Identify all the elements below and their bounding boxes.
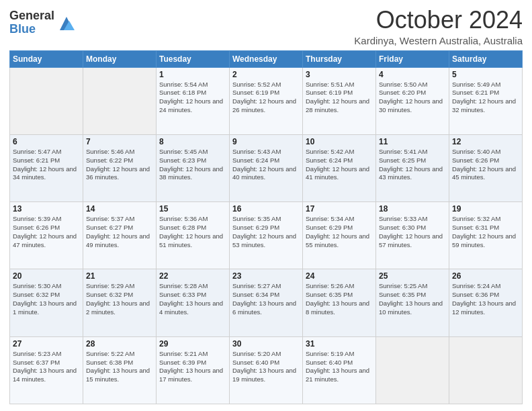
day-info: Sunrise: 5:47 AMSunset: 6:21 PMDaylight:… xyxy=(13,148,80,182)
calendar-body: 1Sunrise: 5:54 AMSunset: 6:18 PMDaylight… xyxy=(10,67,523,404)
calendar-week-4: 20Sunrise: 5:30 AMSunset: 6:32 PMDayligh… xyxy=(10,269,523,336)
calendar-cell: 28Sunrise: 5:22 AMSunset: 6:38 PMDayligh… xyxy=(83,336,157,404)
day-info: Sunrise: 5:51 AMSunset: 6:19 PMDaylight:… xyxy=(306,81,373,115)
day-info: Sunrise: 5:20 AMSunset: 6:40 PMDaylight:… xyxy=(232,350,300,384)
day-number: 24 xyxy=(306,271,373,281)
calendar-cell: 27Sunrise: 5:23 AMSunset: 6:37 PMDayligh… xyxy=(10,336,83,404)
calendar-cell: 7Sunrise: 5:46 AMSunset: 6:22 PMDaylight… xyxy=(83,134,157,201)
day-info: Sunrise: 5:49 AMSunset: 6:21 PMDaylight:… xyxy=(452,81,519,115)
day-number: 10 xyxy=(306,137,373,146)
col-monday: Monday xyxy=(83,50,157,67)
day-number: 19 xyxy=(452,204,519,214)
calendar-week-2: 6Sunrise: 5:47 AMSunset: 6:21 PMDaylight… xyxy=(10,134,523,201)
calendar-cell: 25Sunrise: 5:25 AMSunset: 6:35 PMDayligh… xyxy=(376,269,449,336)
day-number: 23 xyxy=(232,271,300,281)
calendar-cell: 19Sunrise: 5:32 AMSunset: 6:31 PMDayligh… xyxy=(449,202,523,269)
calendar-cell: 18Sunrise: 5:33 AMSunset: 6:30 PMDayligh… xyxy=(376,202,449,269)
day-info: Sunrise: 5:23 AMSunset: 6:37 PMDaylight:… xyxy=(13,350,80,384)
calendar-week-3: 13Sunrise: 5:39 AMSunset: 6:26 PMDayligh… xyxy=(10,202,523,269)
day-info: Sunrise: 5:43 AMSunset: 6:24 PMDaylight:… xyxy=(232,148,300,182)
calendar-cell: 2Sunrise: 5:52 AMSunset: 6:19 PMDaylight… xyxy=(230,67,303,134)
col-tuesday: Tuesday xyxy=(157,50,230,67)
month-title: October 2024 xyxy=(354,7,523,34)
day-number: 2 xyxy=(232,70,300,79)
calendar-cell: 17Sunrise: 5:34 AMSunset: 6:29 PMDayligh… xyxy=(303,202,376,269)
day-info: Sunrise: 5:36 AMSunset: 6:28 PMDaylight:… xyxy=(159,215,226,249)
col-wednesday: Wednesday xyxy=(230,50,303,67)
day-number: 11 xyxy=(379,137,446,146)
calendar-cell: 13Sunrise: 5:39 AMSunset: 6:26 PMDayligh… xyxy=(10,202,83,269)
day-info: Sunrise: 5:27 AMSunset: 6:34 PMDaylight:… xyxy=(232,282,300,316)
day-info: Sunrise: 5:46 AMSunset: 6:22 PMDaylight:… xyxy=(86,148,153,182)
day-info: Sunrise: 5:28 AMSunset: 6:33 PMDaylight:… xyxy=(159,282,226,316)
header: General Blue October 2024 Kardinya, West… xyxy=(9,7,523,46)
day-info: Sunrise: 5:26 AMSunset: 6:35 PMDaylight:… xyxy=(306,282,373,316)
logo-blue-text: Blue xyxy=(9,23,54,36)
logo-icon xyxy=(57,14,76,33)
day-info: Sunrise: 5:42 AMSunset: 6:24 PMDaylight:… xyxy=(306,148,373,182)
day-number: 16 xyxy=(232,204,300,214)
day-number: 27 xyxy=(13,339,80,349)
day-number: 21 xyxy=(86,271,153,281)
calendar-cell xyxy=(449,336,523,404)
calendar-cell: 12Sunrise: 5:40 AMSunset: 6:26 PMDayligh… xyxy=(449,134,523,201)
page: General Blue October 2024 Kardinya, West… xyxy=(0,0,532,411)
day-info: Sunrise: 5:29 AMSunset: 6:32 PMDaylight:… xyxy=(86,282,153,316)
day-number: 12 xyxy=(452,137,519,146)
calendar-cell: 29Sunrise: 5:21 AMSunset: 6:39 PMDayligh… xyxy=(157,336,230,404)
calendar-cell: 1Sunrise: 5:54 AMSunset: 6:18 PMDaylight… xyxy=(157,67,230,134)
day-info: Sunrise: 5:50 AMSunset: 6:20 PMDaylight:… xyxy=(379,81,446,115)
day-number: 28 xyxy=(86,339,153,349)
title-area: October 2024 Kardinya, Western Australia… xyxy=(354,7,523,46)
day-number: 4 xyxy=(379,70,446,79)
day-info: Sunrise: 5:25 AMSunset: 6:35 PMDaylight:… xyxy=(379,282,446,316)
day-number: 22 xyxy=(159,271,226,281)
day-info: Sunrise: 5:34 AMSunset: 6:29 PMDaylight:… xyxy=(306,215,373,249)
day-number: 30 xyxy=(232,339,300,349)
calendar-cell: 24Sunrise: 5:26 AMSunset: 6:35 PMDayligh… xyxy=(303,269,376,336)
day-number: 31 xyxy=(306,339,373,349)
day-info: Sunrise: 5:35 AMSunset: 6:29 PMDaylight:… xyxy=(232,215,300,249)
calendar-cell: 14Sunrise: 5:37 AMSunset: 6:27 PMDayligh… xyxy=(83,202,157,269)
day-number: 13 xyxy=(13,204,80,214)
calendar-cell: 30Sunrise: 5:20 AMSunset: 6:40 PMDayligh… xyxy=(230,336,303,404)
day-info: Sunrise: 5:32 AMSunset: 6:31 PMDaylight:… xyxy=(452,215,519,249)
day-number: 7 xyxy=(86,137,153,146)
calendar-cell: 3Sunrise: 5:51 AMSunset: 6:19 PMDaylight… xyxy=(303,67,376,134)
calendar-cell: 9Sunrise: 5:43 AMSunset: 6:24 PMDaylight… xyxy=(230,134,303,201)
calendar-cell: 31Sunrise: 5:19 AMSunset: 6:40 PMDayligh… xyxy=(303,336,376,404)
day-number: 15 xyxy=(159,204,226,214)
day-number: 6 xyxy=(13,137,80,146)
calendar-cell: 4Sunrise: 5:50 AMSunset: 6:20 PMDaylight… xyxy=(376,67,449,134)
calendar-cell: 6Sunrise: 5:47 AMSunset: 6:21 PMDaylight… xyxy=(10,134,83,201)
calendar-cell: 22Sunrise: 5:28 AMSunset: 6:33 PMDayligh… xyxy=(157,269,230,336)
calendar-cell xyxy=(376,336,449,404)
calendar-cell: 11Sunrise: 5:41 AMSunset: 6:25 PMDayligh… xyxy=(376,134,449,201)
calendar-cell: 5Sunrise: 5:49 AMSunset: 6:21 PMDaylight… xyxy=(449,67,523,134)
calendar-week-5: 27Sunrise: 5:23 AMSunset: 6:37 PMDayligh… xyxy=(10,336,523,404)
day-info: Sunrise: 5:45 AMSunset: 6:23 PMDaylight:… xyxy=(159,148,226,182)
day-info: Sunrise: 5:30 AMSunset: 6:32 PMDaylight:… xyxy=(13,282,80,316)
calendar-cell: 26Sunrise: 5:24 AMSunset: 6:36 PMDayligh… xyxy=(449,269,523,336)
calendar-cell xyxy=(10,67,83,134)
calendar-header: Sunday Monday Tuesday Wednesday Thursday… xyxy=(10,50,523,67)
day-info: Sunrise: 5:52 AMSunset: 6:19 PMDaylight:… xyxy=(232,81,300,115)
day-number: 9 xyxy=(232,137,300,146)
calendar-cell: 16Sunrise: 5:35 AMSunset: 6:29 PMDayligh… xyxy=(230,202,303,269)
logo-general-text: General xyxy=(9,9,54,23)
day-info: Sunrise: 5:54 AMSunset: 6:18 PMDaylight:… xyxy=(159,81,226,115)
day-info: Sunrise: 5:21 AMSunset: 6:39 PMDaylight:… xyxy=(159,350,226,384)
day-info: Sunrise: 5:19 AMSunset: 6:40 PMDaylight:… xyxy=(306,350,373,384)
day-number: 25 xyxy=(379,271,446,281)
day-info: Sunrise: 5:37 AMSunset: 6:27 PMDaylight:… xyxy=(86,215,153,249)
calendar-cell: 20Sunrise: 5:30 AMSunset: 6:32 PMDayligh… xyxy=(10,269,83,336)
calendar-cell: 23Sunrise: 5:27 AMSunset: 6:34 PMDayligh… xyxy=(230,269,303,336)
col-friday: Friday xyxy=(376,50,449,67)
calendar-table: Sunday Monday Tuesday Wednesday Thursday… xyxy=(9,50,523,404)
calendar-week-1: 1Sunrise: 5:54 AMSunset: 6:18 PMDaylight… xyxy=(10,67,523,134)
day-number: 14 xyxy=(86,204,153,214)
col-saturday: Saturday xyxy=(449,50,523,67)
day-info: Sunrise: 5:39 AMSunset: 6:26 PMDaylight:… xyxy=(13,215,80,249)
day-number: 18 xyxy=(379,204,446,214)
day-number: 17 xyxy=(306,204,373,214)
